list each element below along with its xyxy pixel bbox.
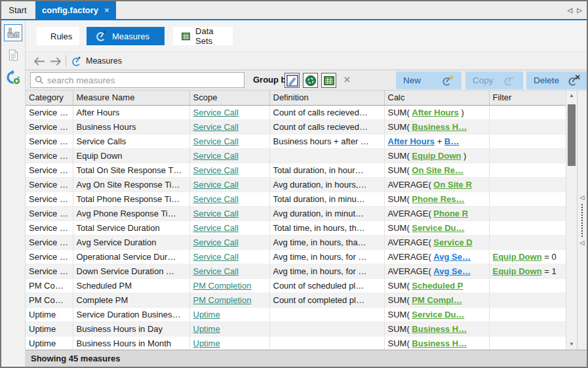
- measure-ref-link[interactable]: Service D: [433, 237, 472, 247]
- measure-ref-link[interactable]: Equip Down: [412, 151, 461, 161]
- column-header-scope[interactable]: Scope: [189, 91, 269, 105]
- scroll-down-icon[interactable]: ▼: [566, 339, 577, 350]
- tab-scroll-left-icon[interactable]: ◁: [568, 1, 573, 19]
- table-row[interactable]: PM Co…Scheduled PMPM CompletionCount of …: [26, 278, 567, 293]
- search-input[interactable]: [47, 75, 240, 85]
- column-header-category[interactable]: Category: [26, 91, 73, 105]
- splitter-grip[interactable]: [581, 204, 583, 237]
- table-row[interactable]: Service …Business HoursService CallCount…: [26, 119, 567, 134]
- scrollbar-thumb[interactable]: [568, 104, 576, 166]
- back-button[interactable]: [31, 54, 47, 68]
- scope-link[interactable]: Service Call: [193, 194, 239, 204]
- measure-ref-link[interactable]: Avg Se…: [433, 266, 471, 276]
- table-row[interactable]: Service …Down Service Duration …Service …: [26, 264, 567, 278]
- cell-filter: [489, 206, 567, 220]
- vertical-scrollbar[interactable]: ▲ ▼: [566, 91, 577, 350]
- scope-link[interactable]: Service Call: [193, 266, 239, 276]
- copy-button[interactable]: Copy: [465, 72, 523, 89]
- rules-button[interactable]: Rules: [37, 27, 79, 45]
- cell-scope: Uptime: [189, 321, 269, 336]
- column-header-definition[interactable]: Definition: [269, 91, 384, 105]
- measure-ref-link[interactable]: Scheduled P: [412, 281, 463, 291]
- cell-calc: SUM( Phone Res…: [384, 192, 489, 206]
- table-row[interactable]: Service …After HoursService CallCount of…: [26, 105, 567, 119]
- measure-ref-link[interactable]: PM Compl…: [412, 295, 462, 305]
- table-row[interactable]: Service …Service CallsService CallBusine…: [26, 134, 567, 148]
- scope-link[interactable]: Service Call: [193, 165, 239, 175]
- table-row[interactable]: Service …Total Phone Response Ti…Service…: [26, 192, 567, 206]
- scope-link[interactable]: Service Call: [193, 122, 239, 132]
- table-row[interactable]: Service …Avg On Site Response Ti…Service…: [26, 177, 567, 192]
- tab-config-factory[interactable]: config.factory ×: [35, 1, 116, 19]
- column-header-filter[interactable]: Filter: [489, 91, 567, 105]
- scope-link[interactable]: Service Call: [193, 209, 239, 218]
- scope-link[interactable]: Service Call: [193, 151, 239, 161]
- splitter-collapse-top-icon[interactable]: ◁: [580, 195, 585, 201]
- table-row[interactable]: Service …Avg Phone Response Ti…Service C…: [26, 206, 567, 220]
- sidebar-item-factory[interactable]: [4, 24, 22, 41]
- scope-link[interactable]: Service Call: [193, 180, 239, 190]
- cell-definition: Total duration, in minu…: [269, 192, 384, 206]
- group-by-rules-button[interactable]: [284, 73, 300, 88]
- scope-link[interactable]: Service Call: [193, 136, 239, 146]
- table-row[interactable]: UptimeService Duration Busines…UptimeSUM…: [26, 307, 567, 321]
- cell-measure-name: Total Service Duration: [73, 220, 189, 235]
- scope-link[interactable]: Service Call: [193, 108, 239, 117]
- scope-link[interactable]: PM Completion: [193, 295, 252, 305]
- clear-group-by-icon[interactable]: ✕: [341, 70, 353, 90]
- measure-ref-link[interactable]: Service Du…: [412, 310, 464, 319]
- forward-button[interactable]: [47, 54, 63, 68]
- measure-ref-link[interactable]: Avg Se…: [433, 252, 471, 262]
- cell-calc: SUM( Business H…: [384, 321, 489, 336]
- table-row[interactable]: Service …Total Service DurationService C…: [26, 220, 567, 235]
- measure-ref-link[interactable]: After Hours: [388, 136, 435, 146]
- table-row[interactable]: Service …Operational Service Dur…Service…: [26, 249, 567, 264]
- measure-ref-link[interactable]: B…: [444, 136, 459, 146]
- sidebar-item-document[interactable]: [4, 47, 22, 64]
- measure-ref-link[interactable]: Equip Down: [493, 266, 542, 276]
- measure-ref-link[interactable]: Service Du…: [412, 223, 464, 233]
- column-header-measure-name[interactable]: Measure Name: [73, 91, 189, 105]
- measure-ref-link[interactable]: Phone Res…: [412, 194, 464, 204]
- scope-link[interactable]: Service Call: [193, 237, 239, 247]
- scope-link[interactable]: Uptime: [193, 310, 220, 319]
- table-row[interactable]: Service …Avg Service DurationService Cal…: [26, 235, 567, 249]
- table-row[interactable]: PM Co…Complete PMPM CompletionCount of c…: [26, 293, 567, 307]
- table-row[interactable]: Service …Total On Site Response T…Servic…: [26, 163, 567, 177]
- measure-ref-link[interactable]: After Hours: [412, 108, 459, 117]
- scope-link[interactable]: Service Call: [193, 252, 239, 262]
- new-button-label: New: [403, 75, 421, 85]
- sidebar-item-history[interactable]: [4, 69, 22, 86]
- data-sets-button[interactable]: Data Sets: [173, 27, 233, 45]
- formula-text: SUM(: [388, 151, 412, 161]
- table-row[interactable]: Service …Equip DownService CallSUM( Equi…: [26, 148, 567, 163]
- cell-scope: Service Call: [189, 249, 269, 264]
- scroll-up-icon[interactable]: ▲: [566, 91, 577, 101]
- group-by-measures-button[interactable]: [303, 73, 318, 88]
- table-row[interactable]: UptimeBusiness Hours in MonthUptimeSUM( …: [26, 336, 567, 350]
- measure-ref-link[interactable]: Business H…: [412, 338, 467, 348]
- scope-link[interactable]: Service Call: [193, 223, 239, 233]
- measure-ref-link[interactable]: On Site Re…: [412, 165, 463, 175]
- column-header-calc[interactable]: Calc: [384, 91, 489, 105]
- delete-button[interactable]: Delete: [526, 72, 587, 89]
- tab-close-icon[interactable]: ×: [104, 1, 109, 19]
- cell-scope: Service Call: [189, 148, 269, 163]
- delete-measure-icon: [568, 74, 580, 87]
- measure-ref-link[interactable]: Business H…: [412, 324, 467, 334]
- tab-scroll-right-icon[interactable]: ▷: [577, 1, 582, 19]
- measure-ref-link[interactable]: Phone R: [433, 209, 468, 218]
- splitter-collapse-bottom-icon[interactable]: ◁: [580, 240, 585, 246]
- table-row[interactable]: UptimeBusiness Hours in DayUptimeSUM( Bu…: [26, 321, 567, 336]
- scope-link[interactable]: PM Completion: [193, 281, 252, 291]
- right-panel-splitter[interactable]: ◁ ◁: [577, 91, 587, 350]
- measure-ref-link[interactable]: Business H…: [412, 122, 467, 132]
- new-button[interactable]: New: [396, 72, 461, 89]
- group-by-data-sets-button[interactable]: [321, 73, 336, 88]
- scope-link[interactable]: Uptime: [193, 338, 220, 348]
- scope-link[interactable]: Uptime: [193, 324, 220, 334]
- measure-ref-link[interactable]: On Site R: [433, 180, 472, 190]
- measure-ref-link[interactable]: Equip Down: [493, 252, 542, 262]
- tab-start[interactable]: Start: [1, 1, 34, 19]
- measures-button[interactable]: Measures: [87, 27, 165, 45]
